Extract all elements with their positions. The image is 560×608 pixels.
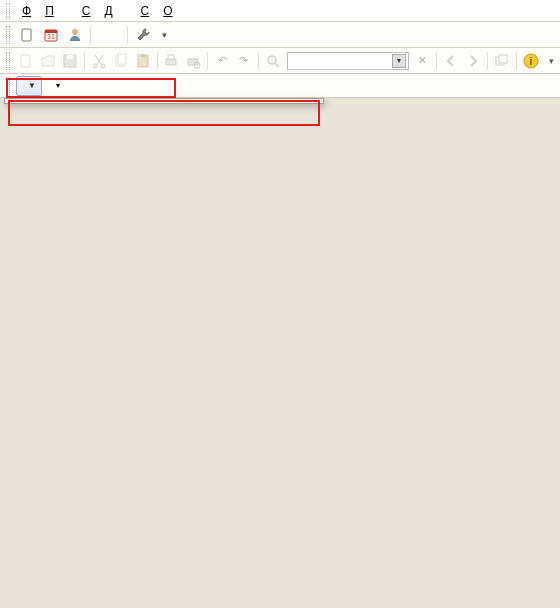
svg-point-9 — [101, 64, 105, 68]
interface-dropdown — [4, 98, 324, 104]
open-icon[interactable] — [40, 52, 56, 70]
menu-service[interactable]: С — [135, 2, 156, 20]
toolbar-separator — [258, 52, 259, 70]
clear-search-icon[interactable]: ✕ — [415, 52, 431, 70]
svg-rect-7 — [67, 55, 73, 59]
svg-rect-0 — [22, 29, 31, 41]
menu-operations[interactable] — [62, 9, 74, 13]
cut-icon[interactable] — [91, 52, 107, 70]
menu-help[interactable] — [181, 9, 193, 13]
chevron-down-icon: ▾ — [56, 81, 60, 90]
toolbar-separator — [157, 52, 158, 70]
svg-rect-11 — [118, 54, 126, 64]
menu-reports[interactable] — [121, 9, 133, 13]
calendar-icon[interactable]: 31 — [42, 26, 60, 44]
nav-back-icon[interactable] — [443, 52, 459, 70]
toolbar-row-2: ↶ ↷ ▾ ✕ i ▾ — [0, 48, 560, 74]
grip-icon — [6, 52, 10, 70]
toolbar-separator — [84, 52, 85, 70]
print-icon[interactable] — [163, 52, 179, 70]
svg-point-8 — [93, 64, 97, 68]
redo-icon[interactable]: ↷ — [236, 52, 252, 70]
toolbar-row-1: 31 ▾ — [0, 22, 560, 48]
chevron-down-icon[interactable]: ▾ — [162, 30, 167, 40]
wrench-icon[interactable] — [134, 26, 152, 44]
save-icon[interactable] — [62, 52, 78, 70]
grip-icon — [6, 77, 10, 95]
svg-rect-13 — [141, 54, 145, 57]
toolbar-separator — [127, 26, 128, 44]
svg-text:i: i — [530, 56, 533, 67]
toolbar-separator — [90, 26, 91, 44]
switch-interface-button[interactable]: ▼ — [16, 76, 42, 96]
svg-rect-15 — [168, 55, 174, 59]
menu-documents[interactable]: Д — [98, 2, 118, 20]
info-icon[interactable]: i — [523, 52, 539, 70]
new-doc-icon[interactable] — [18, 26, 36, 44]
search-combo[interactable]: ▾ — [287, 52, 409, 70]
toolbar-separator — [436, 52, 437, 70]
menu-file[interactable]: Ф — [16, 2, 37, 20]
undo-icon[interactable]: ↶ — [214, 52, 230, 70]
chevron-down-icon[interactable]: ▾ — [549, 56, 554, 66]
menu-windows[interactable]: О — [157, 2, 178, 20]
search-icon[interactable] — [265, 52, 281, 70]
toolbar-separator — [487, 52, 488, 70]
toolbar-separator — [516, 52, 517, 70]
grip-icon — [6, 3, 10, 19]
workspace — [0, 98, 560, 608]
nav-fwd-icon[interactable] — [465, 52, 481, 70]
menu-edit[interactable]: П — [39, 2, 60, 20]
paste-icon[interactable] — [135, 52, 151, 70]
interface-bar: ▼ ▾ — [0, 74, 560, 98]
copy-icon[interactable] — [113, 52, 129, 70]
svg-text:31: 31 — [47, 33, 55, 40]
menu-directories[interactable]: С — [76, 2, 97, 20]
grip-icon — [6, 26, 10, 44]
svg-point-4 — [72, 29, 78, 35]
svg-point-18 — [268, 56, 276, 64]
user-icon[interactable] — [66, 26, 84, 44]
svg-line-19 — [275, 63, 279, 67]
print-preview-icon[interactable] — [185, 52, 201, 70]
svg-rect-5 — [21, 55, 30, 67]
svg-rect-14 — [166, 59, 176, 65]
toolbar-separator — [207, 52, 208, 70]
chevron-down-icon: ▼ — [27, 81, 37, 91]
svg-rect-21 — [499, 55, 507, 63]
chevron-down-icon[interactable]: ▾ — [392, 54, 406, 68]
windows-icon[interactable] — [494, 52, 510, 70]
new-icon[interactable] — [18, 52, 34, 70]
my-tasks-button[interactable]: ▾ — [46, 76, 66, 96]
menubar: Ф П С Д С О — [0, 0, 560, 22]
